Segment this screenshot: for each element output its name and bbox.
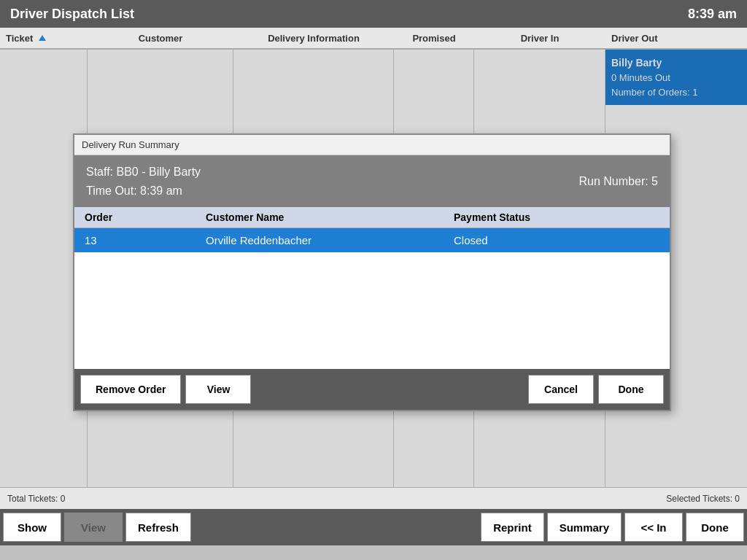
modal-empty-body <box>74 252 670 369</box>
status-bar: Total Tickets: 0 Selected Tickets: 0 <box>0 487 747 509</box>
modal-col-customer: Customer Name <box>206 211 454 223</box>
bottom-button-bar: Show View Refresh Reprint Summary << In … <box>0 509 747 545</box>
titlebar: Driver Dispatch List 8:39 am <box>0 0 747 28</box>
modal-button-bar: Remove Order View Cancel Done <box>74 369 670 410</box>
modal-spacer <box>255 375 524 404</box>
col-header-delivery[interactable]: Delivery Information <box>233 33 394 44</box>
col-header-driver-in[interactable]: Driver In <box>474 33 605 44</box>
modal-col-payment: Payment Status <box>454 211 670 223</box>
total-tickets: Total Tickets: 0 <box>7 494 65 504</box>
reprint-button[interactable]: Reprint <box>481 513 544 542</box>
modal-header: Staff: BB0 - Billy Barty Time Out: 8:39 … <box>74 155 670 207</box>
refresh-button[interactable]: Refresh <box>125 513 191 542</box>
modal-table-header: Order Customer Name Payment Status <box>74 207 670 228</box>
view-button[interactable]: View <box>64 513 123 542</box>
col-header-ticket[interactable]: Ticket <box>0 33 88 44</box>
col-header-customer[interactable]: Customer <box>88 33 233 44</box>
remove-order-button[interactable]: Remove Order <box>80 375 181 404</box>
column-headers: Ticket Customer Delivery Information Pro… <box>0 28 747 50</box>
modal-col-order: Order <box>74 211 206 223</box>
modal-order-row[interactable]: 13 Orville Reddenbacher Closed <box>74 228 670 252</box>
done-button[interactable]: Done <box>686 513 744 542</box>
modal-staff: Staff: BB0 - Billy Barty <box>86 163 201 182</box>
col-header-driver-out[interactable]: Driver Out <box>605 33 747 44</box>
sort-arrow-icon <box>39 35 46 41</box>
show-button[interactable]: Show <box>3 513 61 542</box>
main-grid-area: Billy Barty 0 Minutes Out Number of Orde… <box>0 50 747 487</box>
app-title: Driver Dispatch List <box>10 7 134 22</box>
delivery-run-summary-dialog: Delivery Run Summary Staff: BB0 - Billy … <box>73 133 671 411</box>
modal-customer-name: Orville Reddenbacher <box>206 234 454 246</box>
modal-cancel-button[interactable]: Cancel <box>528 375 594 404</box>
modal-done-button[interactable]: Done <box>598 375 664 404</box>
modal-titlebar: Delivery Run Summary <box>74 135 670 155</box>
modal-order-table: Order Customer Name Payment Status 13 Or… <box>74 207 670 369</box>
modal-title-text: Delivery Run Summary <box>82 139 179 150</box>
summary-button[interactable]: Summary <box>547 513 622 542</box>
in-button[interactable]: << In <box>624 513 683 542</box>
current-time: 8:39 am <box>688 7 737 22</box>
modal-time-out: Time Out: 8:39 am <box>86 182 201 201</box>
modal-order-number: 13 <box>74 234 206 246</box>
modal-payment-status: Closed <box>454 234 670 246</box>
selected-tickets: Selected Tickets: 0 <box>666 494 740 504</box>
col-header-promised[interactable]: Promised <box>394 33 474 44</box>
modal-staff-info: Staff: BB0 - Billy Barty Time Out: 8:39 … <box>86 163 201 200</box>
modal-run-number: Run Number: 5 <box>579 175 659 188</box>
modal-view-button[interactable]: View <box>185 375 251 404</box>
modal-overlay: Delivery Run Summary Staff: BB0 - Billy … <box>0 50 747 487</box>
